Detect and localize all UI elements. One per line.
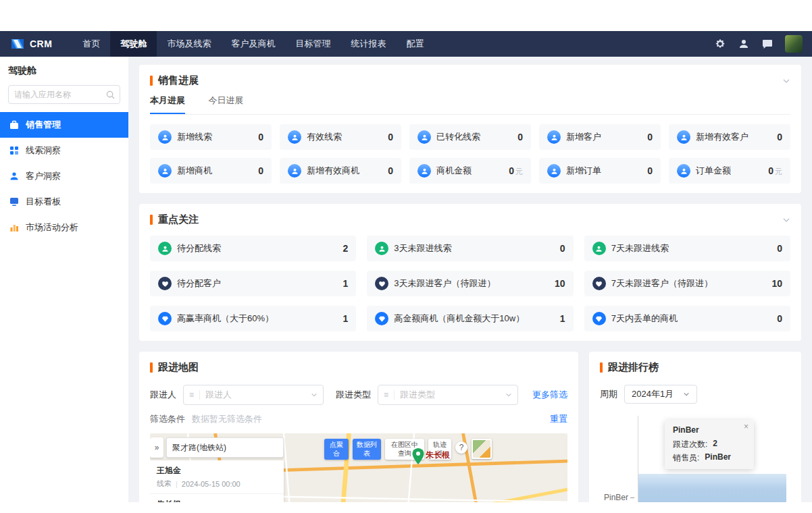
list-item[interactable]: 朱长根 线索|2024-03-22 22:02 (150, 494, 284, 502)
nav-target-management[interactable]: 目标管理 (285, 31, 340, 57)
filter-prefix-icon: ≡ (384, 390, 395, 400)
grid-app-icon (9, 146, 20, 156)
condition-label: 筛选条件 (150, 413, 185, 425)
focus-high-amount-opportunities: 高金额商机（商机金额大于10w） 1 (367, 306, 573, 331)
heart-icon (375, 277, 388, 290)
topbar: CRM 首页 驾驶舱 市场及线索 客户及商机 目标管理 统计报表 配置 (0, 31, 812, 57)
chart-tooltip: PinBer × 跟进次数:2 销售员:PinBer (665, 420, 754, 469)
stat-order-amount: 订单金额 0元 (669, 158, 790, 184)
person-circle-icon (677, 130, 690, 144)
condition-row: 筛选条件 数据暂无筛选条件 重置 (150, 413, 567, 425)
stat-new-customers: 新增客户 0 (539, 124, 661, 150)
chevron-down-icon (683, 391, 690, 398)
grid-app-icon (9, 171, 20, 182)
sidebar-item-label: 市场活动分析 (26, 221, 78, 234)
type-placeholder: 跟进类型 (400, 389, 505, 401)
settings-gear-icon[interactable] (714, 38, 726, 50)
chevron-up-icon[interactable] (782, 77, 790, 85)
chevron-down-icon (311, 392, 318, 398)
gem-icon (592, 312, 606, 325)
key-focus-title: 重点关注 (158, 213, 199, 226)
title-accent-bar (150, 362, 153, 373)
app-search-input[interactable] (8, 85, 120, 104)
tooltip-close-icon[interactable]: × (744, 422, 748, 431)
dashboard-icon (9, 197, 20, 207)
data-list-button[interactable]: 数据列表 (353, 439, 381, 460)
map-search-input[interactable] (166, 437, 284, 458)
y-axis-category-label: PinBer (604, 493, 634, 502)
sidebar-search (8, 85, 120, 104)
map-toolbar: 点聚合 数据列表 在图区中查询 轨迹线 ? (324, 439, 492, 460)
sidebar-item-sales-management[interactable]: 销售管理 (0, 112, 128, 138)
tooltip-title: PinBer (673, 425, 746, 435)
chevron-down-icon (505, 392, 512, 398)
nav-statistics-report[interactable]: 统计报表 (340, 31, 396, 57)
follow-map-title: 跟进地图 (158, 361, 199, 374)
gem-icon (375, 312, 388, 325)
reset-link[interactable]: 重置 (550, 413, 567, 425)
nav-home[interactable]: 首页 (72, 31, 110, 57)
chevron-up-icon[interactable] (782, 216, 790, 224)
follow-map-card: 跟进地图 跟进人 ≡ 跟进人 跟进类型 ≡ 跟进类型 (139, 352, 578, 502)
map-help-button[interactable]: ? (455, 441, 467, 454)
heart-icon (592, 277, 606, 290)
brand-name: CRM (30, 38, 52, 49)
message-icon[interactable] (761, 38, 773, 50)
title-accent-bar (600, 362, 603, 373)
brand[interactable]: CRM (0, 37, 72, 51)
sidebar-item-label: 销售管理 (26, 119, 61, 131)
focus-3day-leads: 3天未跟进线索 0 (367, 236, 573, 261)
focus-unassigned-customers: 待分配客户 1 (150, 271, 356, 296)
ranking-title: 跟进排行榜 (608, 361, 659, 374)
sidebar-item-customer-insight[interactable]: 客户洞察 (0, 163, 128, 189)
condition-empty-text: 数据暂无筛选条件 (192, 413, 262, 425)
axis-tick (630, 497, 634, 498)
follower-select[interactable]: ≡ 跟进人 (183, 385, 324, 405)
user-icon[interactable] (738, 38, 749, 50)
person-circle-icon (288, 164, 301, 178)
main-nav: 首页 驾驶舱 市场及线索 客户及商机 目标管理 统计报表 配置 (72, 31, 434, 57)
progress-tabs: 本月进展 今日进展 (150, 94, 790, 115)
cluster-toggle-button[interactable]: 点聚合 (324, 439, 349, 460)
map-container[interactable]: 点聚合 数据列表 在图区中查询 轨迹线 ? » (150, 433, 567, 502)
map-marker[interactable]: 朱长根 (412, 448, 450, 464)
sidebar-title: 驾驶舱 (0, 65, 128, 77)
period-select[interactable]: 2024年1月 (624, 385, 697, 404)
brand-logo-icon (11, 37, 24, 51)
person-circle-icon (288, 130, 301, 144)
sidebar-item-label: 客户洞察 (26, 170, 61, 182)
stat-new-orders: 新增订单 0 (539, 158, 661, 184)
nav-config[interactable]: 配置 (396, 31, 434, 57)
tab-today-progress[interactable]: 今日进展 (208, 94, 243, 113)
sales-progress-card: 销售进展 本月进展 今日进展 新增线索 0 (139, 65, 801, 193)
nav-market-leads[interactable]: 市场及线索 (157, 31, 221, 57)
map-result-panel: » 王旭金 线索|2024-05-15 00:00 朱长根 (150, 437, 284, 502)
nav-customers-opportunities[interactable]: 客户及商机 (221, 31, 285, 57)
nav-cockpit[interactable]: 驾驶舱 (110, 31, 157, 57)
stat-grid: 新增线索 0 有效线索 0 已转化线索 0 新 (150, 124, 790, 184)
map-filter-row: 跟进人 ≡ 跟进人 跟进类型 ≡ 跟进类型 更多筛选 (150, 385, 567, 405)
sidebar-item-lead-insight[interactable]: 线索洞察 (0, 138, 128, 163)
avatar[interactable] (785, 35, 803, 53)
stat-new-leads: 新增线索 0 (150, 124, 272, 150)
focus-7day-customers: 7天未跟进客户（待跟进） 10 (584, 271, 790, 296)
period-value: 2024年1月 (632, 388, 674, 400)
person-circle-icon (677, 164, 690, 178)
more-filters-link[interactable]: 更多筛选 (532, 389, 567, 401)
sidebar-item-target-board[interactable]: 目标看板 (0, 189, 128, 215)
focus-high-winrate-opportunities: 高赢率商机（大于60%） 1 (150, 306, 356, 331)
search-icon (106, 90, 115, 102)
filter-prefix-icon: ≡ (189, 390, 200, 400)
map-layer-switcher[interactable] (472, 439, 492, 459)
sidebar-item-market-activity-analysis[interactable]: 市场活动分析 (0, 215, 128, 240)
sales-progress-title: 销售进展 (158, 74, 199, 87)
tab-month-progress[interactable]: 本月进展 (150, 94, 185, 114)
focus-lost-opportunities-7day: 7天内丢单的商机 0 (584, 306, 790, 331)
list-item[interactable]: 王旭金 线索|2024-05-15 00:00 (150, 460, 284, 494)
follow-type-select[interactable]: ≡ 跟进类型 (378, 385, 518, 405)
focus-unassigned-leads: 待分配线索 2 (150, 236, 356, 261)
ranking-bar[interactable] (638, 474, 786, 502)
stat-converted-leads: 已转化线索 0 (409, 124, 531, 150)
marker-label: 朱长根 (426, 450, 450, 461)
panel-collapse-button[interactable]: » (150, 437, 163, 458)
